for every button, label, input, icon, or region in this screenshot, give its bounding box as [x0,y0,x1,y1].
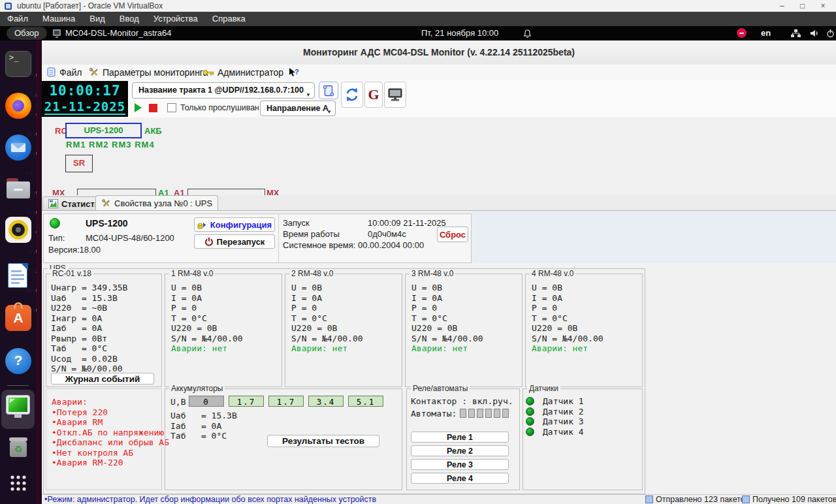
direction-select[interactable]: Направление А ▼ [260,101,336,116]
listen-only-checkbox[interactable] [167,103,176,112]
sensor-row: Датчик 4 [523,427,642,437]
diagram-a1-red: А1 [174,188,185,195]
restart-button[interactable]: Перезапуск [194,234,275,249]
menu-monitoring-params[interactable]: Параметры мониторинга [103,65,208,80]
rm1-readout-line: T = 0°С [171,313,281,324]
lcd-date: 21-11-2025 [44,99,125,115]
minimize-icon[interactable]: – [773,0,791,12]
rc01-box: RC-01 v.18 Uнагр = 349.35ВUаб = 15.3ВU22… [46,274,162,387]
activities-overview-button[interactable]: Обзор [7,27,47,40]
vbox-menu-item[interactable]: Машина [35,12,82,26]
files-icon[interactable] [5,176,31,202]
device-type-value: МС04-UPS-48/60-1200 [86,233,174,243]
log-scroll-button[interactable] [319,82,338,99]
libreoffice-writer-icon[interactable] [5,262,31,289]
app-titlebar[interactable]: Мониторинг АДС МС04-DSL Monitor (v. 4.22… [42,40,836,65]
menu-file[interactable]: Файл [59,65,82,80]
relay-button[interactable]: Реле 4 [411,473,509,484]
rm1-readout-line: U = 0В [171,283,281,293]
rc01-readout-line: Uнагр = 349.35В [51,283,161,293]
rm4-box-label: 4 RM-48 v.0 [530,269,575,278]
relay-box-label: Реле/автоматы [411,384,470,393]
vbox-menu-item[interactable]: Справка [205,12,253,26]
diagram-mx-left: МХ [52,188,65,195]
test-results-button[interactable]: Результаты тестов [267,435,379,447]
tab-page: UPS-1200 Тип: МС04-UPS-48/60-1200 Версия… [42,210,836,495]
app-grid-icon[interactable] [5,470,31,496]
svg-text:?: ? [295,68,299,76]
rc01-readout-line: Таб = 0°С [51,343,161,354]
battery-readout-line: Таб = 0°С [170,431,237,441]
configuration-icon [197,220,207,230]
maximize-icon[interactable]: □ [794,0,812,12]
rm1-box-label: 1 RM-48 v.0 [169,269,215,278]
relay-button[interactable]: Реле 3 [411,459,509,470]
rc01-readout-line: Рвыпр = 0Вт [51,334,161,344]
automats-line: Автоматы: [407,407,519,419]
reset-button[interactable]: Сброс [437,227,468,242]
trash-icon[interactable]: ♻ [5,435,31,461]
music-player-icon[interactable] [5,217,31,243]
sensor-row: Датчик 3 [523,417,642,427]
app-menubar: Файл Параметры мониторинга Администратор… [42,65,836,81]
stop-icon[interactable] [149,104,157,112]
rm3-readout-line: I = 0А [411,293,522,304]
window-app-icon [52,29,61,38]
play-icon[interactable] [135,103,142,112]
mc04-monitor-app-icon[interactable] [1,390,35,429]
vbox-titlebar: ubuntu [Работает] - Oracle VM VirtualBox… [0,0,836,12]
battery-readout-line: Iаб = 0А [170,421,237,432]
software-center-icon[interactable]: A [5,305,31,331]
start-value: 10:00:09 21-11-2025 [368,218,446,228]
sensor-list: Датчик 1Датчик 2Датчик 3Датчик 4 [523,389,642,437]
focused-window-title[interactable]: МС04-DSL-Monitor_astra64 [65,26,172,40]
rm4-alarms-none: Аварии: нет [526,343,642,354]
diagram-node-box[interactable] [77,189,156,195]
do-not-disturb-icon[interactable] [737,28,747,38]
firefox-icon[interactable] [5,93,31,119]
alarms-title: Аварии: [46,389,161,407]
rc01-readout-line: Iаб = 0А [51,323,161,334]
vbox-menu-item[interactable]: Вид [82,12,112,26]
tract-select[interactable]: Название тракта 1 @UDP//192.168.0.7:100 … [132,82,315,99]
diagram-ups-node[interactable]: UPS-1200 [65,123,142,138]
rm4-readout-line: I = 0А [532,293,642,304]
gnome-top-bar: Обзор МС04-DSL-Monitor_astra64 Пт, 21 но… [0,26,836,40]
relay-button[interactable]: Реле 1 [411,432,509,443]
g-button[interactable]: G [364,82,383,108]
keyboard-layout-indicator[interactable]: en [761,26,771,40]
relay-button[interactable]: Реле 2 [411,445,509,456]
configuration-button[interactable]: Конфигурация [194,217,275,232]
power-icon[interactable] [826,29,835,38]
rm3-readout-line: U = 0В [411,283,522,293]
packet-icon [742,496,750,503]
alarm-item: •Авария RM [52,417,161,428]
event-journal-button[interactable]: Журнал событий [51,373,154,385]
vbox-menu-item[interactable]: Ввод [112,12,146,26]
sync-button[interactable] [341,82,363,108]
thunderbird-icon[interactable] [5,134,31,161]
menu-administrator[interactable]: Администратор [217,65,283,80]
help-icon[interactable]: ? [5,348,31,374]
battery-readout-line: Uаб = 15.3В [170,411,237,421]
tab-bar: Статистика Свойства узла №0 : UPS [42,195,836,210]
vbox-menu-item[interactable]: Файл [0,12,35,26]
rc01-box-label: RC-01 v.18 [50,269,93,278]
monitor-button[interactable] [384,82,406,108]
close-icon[interactable]: × [814,0,832,12]
vbox-menu-item[interactable]: Устройства [146,12,205,26]
terminal-icon[interactable]: >_ [5,51,31,77]
topbar-clock[interactable]: Пт, 21 ноября 10:00 [421,26,498,40]
rm2-readout-line: I = 0А [291,293,402,304]
power-restart-icon [204,237,214,246]
system-time-line: Системное время: 00.00.2004 00:00 [283,240,424,250]
diagram-mx-right: МХ [266,188,280,195]
diagram-sr-node[interactable]: SR [65,155,93,172]
volume-icon[interactable] [810,29,820,38]
rm1-readout-line: I = 0А [171,293,281,304]
network-icon[interactable] [790,29,801,38]
diagram-node-box[interactable] [187,189,265,195]
device-info-panel: UPS-1200 Тип: МС04-UPS-48/60-1200 Версия… [43,213,472,263]
tab-node-properties[interactable]: Свойства узла №0 : UPS [95,195,218,210]
battery-cell: 1.7 [229,396,264,407]
